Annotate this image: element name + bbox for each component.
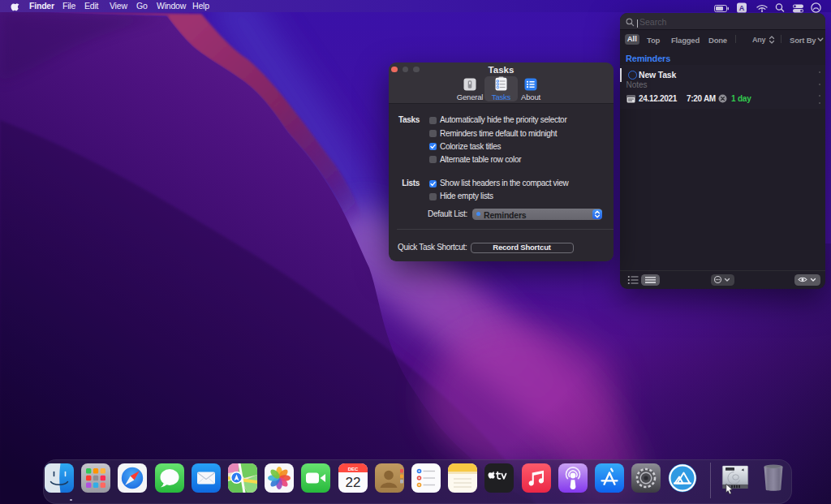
svg-text:22: 22 — [345, 475, 360, 490]
svg-text:DEC: DEC — [347, 467, 358, 472]
svg-text:A: A — [739, 4, 745, 12]
